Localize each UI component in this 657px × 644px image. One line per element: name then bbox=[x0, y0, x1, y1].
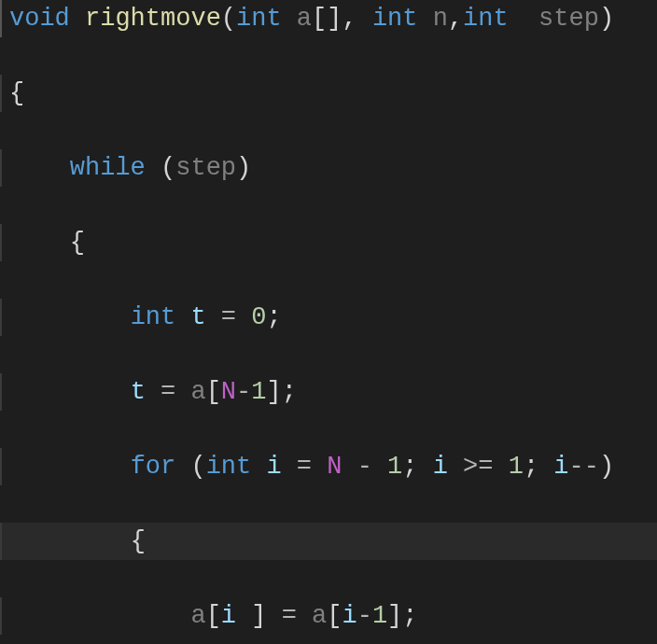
code-line: void rightmove(int a[], int n,int step) bbox=[0, 0, 657, 37]
keyword-void: void bbox=[9, 5, 70, 33]
code-block: void rightmove(int a[], int n,int step) … bbox=[0, 0, 657, 644]
code-line: while (step) bbox=[0, 149, 657, 187]
code-line: t = a[N-1]; bbox=[0, 373, 657, 411]
code-line: int t = 0; bbox=[0, 299, 657, 336]
code-line: for (int i = N - 1; i >= 1; i--) bbox=[0, 448, 657, 485]
code-line-current: { bbox=[0, 523, 657, 560]
code-line: { bbox=[0, 75, 657, 112]
function-name: rightmove bbox=[85, 5, 221, 33]
code-line: { bbox=[0, 224, 657, 261]
code-line: a[i ] = a[i-1]; bbox=[0, 597, 657, 635]
